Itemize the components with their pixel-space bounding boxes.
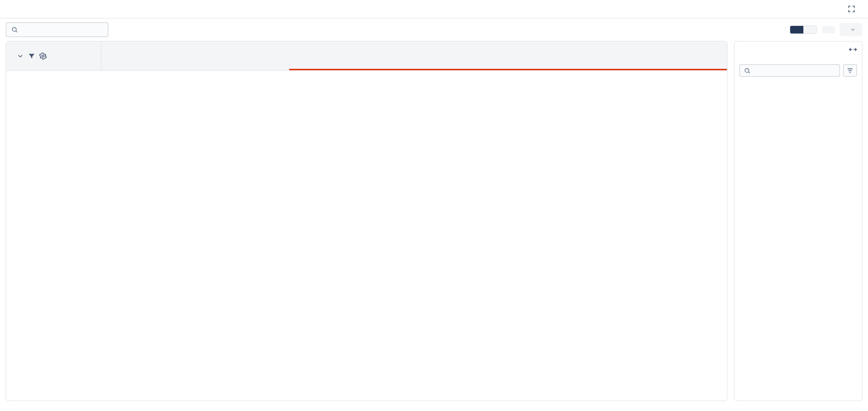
search-input[interactable] — [22, 26, 103, 33]
planner-body — [6, 71, 727, 401]
chevron-down-icon[interactable] — [17, 52, 24, 60]
search-icon — [744, 67, 751, 74]
gear-icon[interactable] — [39, 52, 47, 60]
search-box[interactable] — [6, 22, 108, 37]
filter-icon[interactable] — [28, 52, 35, 60]
today-button[interactable] — [822, 26, 835, 33]
issues-title — [734, 55, 862, 61]
chevron-down-icon — [850, 27, 856, 33]
members-header[interactable] — [6, 41, 101, 70]
toolbar — [0, 18, 868, 41]
svg-point-0 — [12, 27, 16, 31]
issues-search[interactable] — [739, 64, 840, 77]
issues-search-input[interactable] — [753, 67, 835, 74]
issues-total — [734, 80, 862, 84]
view-segment — [790, 25, 817, 34]
fullscreen-icon — [847, 5, 856, 13]
planner-header — [6, 41, 727, 71]
view-workload-button[interactable] — [803, 26, 817, 33]
issues-list — [734, 84, 862, 396]
stage — [0, 41, 868, 407]
svg-point-1 — [42, 55, 44, 57]
issues-panel — [734, 41, 862, 401]
svg-point-2 — [745, 68, 749, 72]
collapse-icon[interactable] — [849, 46, 857, 53]
view-schedule-button[interactable] — [790, 26, 803, 33]
fullscreen-button[interactable] — [844, 3, 862, 15]
top-nav — [0, 0, 868, 18]
issues-filter-button[interactable] — [843, 64, 857, 77]
planner — [6, 41, 727, 401]
calendar-header — [101, 41, 727, 70]
filter-icon — [846, 67, 854, 74]
scale-dropdown[interactable] — [840, 23, 862, 36]
search-icon — [11, 26, 18, 33]
nav-tabs — [6, 6, 40, 13]
